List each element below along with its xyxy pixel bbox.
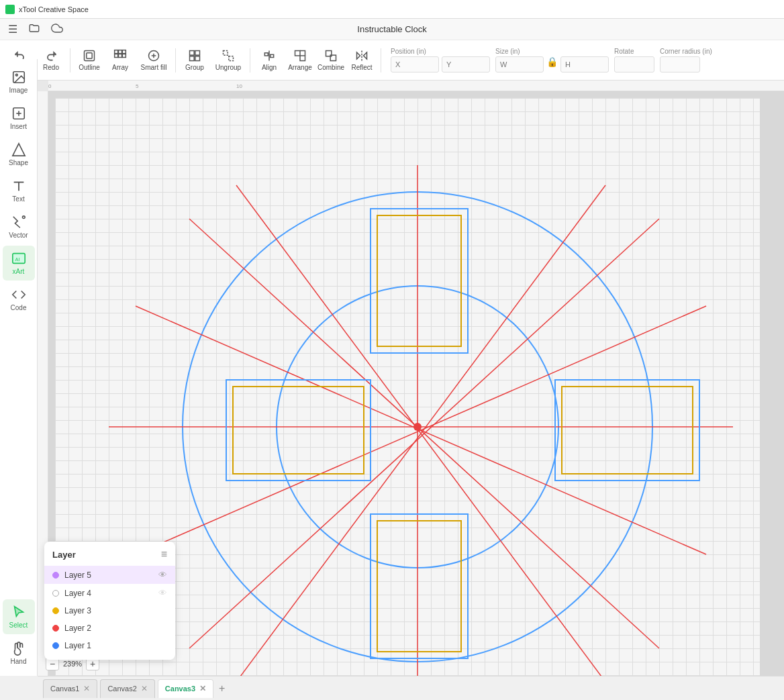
svg-rect-49 — [226, 380, 371, 481]
svg-point-46 — [413, 423, 422, 431]
svg-rect-6 — [119, 54, 122, 58]
svg-rect-48 — [377, 215, 461, 346]
svg-rect-18 — [295, 51, 301, 56]
tab-canvas2[interactable]: Canvas2 ✕ — [100, 679, 154, 698]
layer-5-eye[interactable]: 👁 — [158, 570, 167, 580]
svg-text:AI: AI — [15, 256, 19, 262]
svg-rect-7 — [122, 54, 126, 58]
app-icon — [5, 5, 15, 14]
svg-marker-24 — [364, 52, 367, 59]
cloud-icon[interactable] — [51, 22, 63, 37]
tab-canvas2-close[interactable]: ✕ — [141, 684, 148, 693]
size-h-input[interactable] — [560, 56, 609, 72]
sidebar-item-insert[interactable]: Insert — [3, 101, 35, 136]
lock-icon[interactable]: 🔒 — [546, 56, 558, 72]
sidebar-item-text[interactable]: Text — [3, 173, 35, 208]
layer-panel-header: Layer ≡ — [44, 542, 175, 566]
layer-item-3[interactable]: Layer 3 — [44, 602, 175, 619]
left-sidebar: Image Insert Shape Text Vector AI xArt C… — [0, 59, 38, 676]
svg-rect-50 — [233, 387, 364, 474]
size-w-input[interactable] — [495, 56, 544, 72]
layer-2-color — [52, 625, 59, 632]
svg-marker-23 — [357, 52, 360, 59]
svg-rect-51 — [555, 380, 699, 481]
svg-point-26 — [15, 74, 17, 76]
folder-icon[interactable] — [28, 22, 40, 37]
layer-4-eye[interactable]: 👁 — [158, 588, 167, 598]
combine-button[interactable]: Combine — [316, 43, 346, 78]
rotate-input[interactable] — [614, 56, 654, 72]
corner-radius-input[interactable] — [660, 56, 700, 72]
group-button[interactable]: Group — [180, 43, 209, 78]
arrange-button[interactable]: Arrange — [285, 43, 315, 78]
svg-rect-52 — [562, 387, 693, 474]
svg-rect-19 — [300, 56, 305, 61]
smartfill-button[interactable]: Smart fill — [136, 43, 171, 78]
ruler-horizontal: 0 5 10 — [48, 81, 784, 91]
layer-panel: Layer ≡ Layer 5 👁 Layer 4 👁 Layer 3 Laye… — [44, 542, 175, 660]
redo-button[interactable]: Redo — [36, 43, 66, 78]
tab-canvas1-close[interactable]: ✕ — [83, 684, 90, 693]
ungroup-button[interactable]: Ungroup — [211, 43, 246, 78]
svg-point-33 — [22, 216, 25, 219]
svg-rect-17 — [271, 54, 274, 57]
svg-rect-12 — [195, 56, 200, 61]
position-y-input[interactable] — [442, 56, 490, 72]
select-tool-button[interactable]: Select — [3, 599, 35, 634]
svg-rect-3 — [119, 50, 122, 54]
align-button[interactable]: Align — [254, 43, 284, 78]
headerbar: ☰ Instructable Clock — [0, 19, 784, 40]
sidebar-item-code[interactable]: Code — [3, 282, 35, 317]
svg-rect-9 — [190, 51, 195, 56]
layer-4-color — [52, 590, 59, 597]
svg-rect-47 — [371, 209, 468, 353]
svg-rect-13 — [224, 51, 228, 56]
layer-1-color — [52, 642, 59, 649]
outline-button[interactable]: Outline — [75, 43, 104, 78]
menu-icon[interactable]: ☰ — [8, 23, 17, 36]
svg-rect-5 — [115, 54, 118, 58]
svg-rect-14 — [229, 56, 234, 61]
hand-tool-button[interactable]: Hand — [3, 636, 35, 670]
document-title: Instructable Clock — [357, 24, 426, 34]
svg-rect-16 — [264, 53, 268, 56]
svg-rect-11 — [190, 56, 195, 61]
app-title: xTool Creative Space — [19, 5, 89, 13]
titlebar: xTool Creative Space — [0, 0, 784, 19]
svg-rect-54 — [377, 521, 461, 652]
sidebar-item-shape[interactable]: Shape — [3, 137, 35, 172]
position-fields: Position (in) Size (in) 🔒 Rotate Corner … — [391, 48, 712, 72]
tab-canvas3[interactable]: Canvas3 ✕ — [158, 679, 213, 698]
svg-rect-2 — [115, 50, 118, 54]
layer-3-color — [52, 607, 59, 614]
layer-item-2[interactable]: Layer 2 — [44, 619, 175, 637]
array-button[interactable]: Array — [105, 43, 135, 78]
tab-canvas1[interactable]: Canvas1 ✕ — [43, 679, 97, 698]
svg-rect-53 — [371, 514, 468, 658]
reflect-button[interactable]: Reflect — [347, 43, 377, 78]
tab-canvas3-close[interactable]: ✕ — [199, 684, 206, 693]
zoom-level-label: 239% — [63, 660, 82, 668]
position-x-input[interactable] — [391, 56, 439, 72]
sidebar-item-xart[interactable]: AI xArt — [3, 246, 35, 281]
toolbar: Undo Redo Outline Array Smart fill Group… — [0, 40, 784, 81]
layer-menu-icon[interactable]: ≡ — [161, 548, 167, 560]
bottom-tabs: Canvas1 ✕ Canvas2 ✕ Canvas3 ✕ + — [38, 676, 784, 700]
layer-item-1[interactable]: Layer 1 — [44, 637, 175, 654]
svg-rect-1 — [87, 53, 92, 58]
sidebar-item-image[interactable]: Image — [3, 64, 35, 99]
svg-rect-4 — [122, 50, 126, 54]
sidebar-item-vector[interactable]: Vector — [3, 209, 35, 244]
layer-item-5[interactable]: Layer 5 👁 — [44, 566, 175, 584]
tab-add-button[interactable]: + — [219, 683, 225, 695]
svg-rect-0 — [85, 51, 95, 61]
svg-marker-30 — [12, 144, 24, 156]
layer-item-4[interactable]: Layer 4 👁 — [44, 584, 175, 602]
svg-rect-10 — [195, 51, 200, 56]
layer-5-color — [52, 572, 59, 579]
